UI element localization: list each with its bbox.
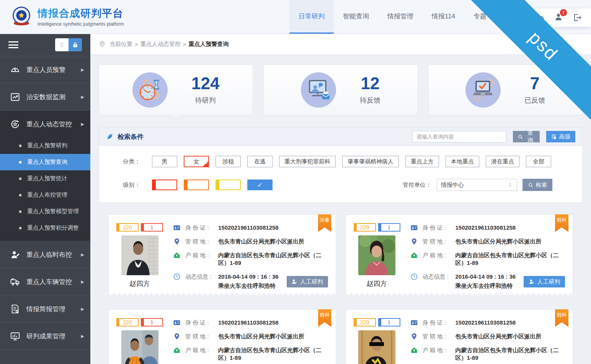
stat-label: 已反馈 bbox=[524, 96, 545, 105]
filter-panel: 检索条件 查询 高级 分类： bbox=[99, 127, 583, 203]
results-monitor-icon bbox=[10, 331, 20, 341]
app-subtitle: Intelligence synthetic judgments platfor… bbox=[38, 21, 124, 27]
suspect-photo[interactable] bbox=[358, 330, 395, 364]
breadcrumb-prefix: 当前位置 bbox=[109, 41, 132, 48]
nav-tab-intel-mgmt[interactable]: 情报管理 bbox=[378, 0, 423, 34]
sidebar-item-label: 重点人临时布控 bbox=[26, 250, 72, 259]
user-menu[interactable]: 7 bbox=[554, 12, 563, 23]
chevron-right-icon: ▶ bbox=[81, 307, 84, 312]
nav-tab-daily[interactable]: 日常研判 bbox=[289, 0, 334, 34]
search-icon bbox=[528, 182, 534, 188]
category-local-key[interactable]: 本地重点 bbox=[446, 156, 479, 167]
doc-search-icon bbox=[551, 134, 557, 140]
home-icon bbox=[173, 346, 181, 354]
category-potential-key[interactable]: 潜在重点 bbox=[486, 156, 519, 167]
category-stability[interactable]: 涉稳 bbox=[216, 156, 241, 167]
stat-value: 124 bbox=[191, 75, 219, 92]
manual-judge-button[interactable]: 人工研判 bbox=[524, 276, 565, 287]
query-button[interactable]: 查询 bbox=[513, 131, 540, 142]
laptop-check-icon bbox=[465, 72, 501, 108]
top-nav: 日常研判 智能查询 情报管理 情报114 专题 bbox=[289, 0, 496, 34]
stat-card-pending-judge[interactable]: 124 待研判 bbox=[99, 65, 253, 115]
location-pin-icon bbox=[173, 238, 181, 245]
control-unit-select[interactable]: 情报中心 bbox=[437, 179, 517, 191]
sidebar-item-results-mgmt[interactable]: 研判成果管理 ▶ bbox=[0, 323, 90, 350]
chevron-right-icon: ▶ bbox=[81, 252, 84, 257]
stat-card-pending-feedback[interactable]: 12 待反馈 bbox=[263, 65, 418, 115]
sidebar-item-vehicle-control[interactable]: 重点人车辆管控 ▶ bbox=[0, 268, 90, 295]
home-icon bbox=[410, 251, 418, 259]
category-fugitive[interactable]: 在逃 bbox=[247, 156, 273, 167]
chevron-right-icon: ▶ bbox=[81, 95, 84, 100]
stats-row: 124 待研判 12 待反馈 7 已反馈 bbox=[99, 65, 583, 115]
category-major-crime[interactable]: 重大刑事犯罪前科 bbox=[279, 156, 336, 167]
level-yellow[interactable] bbox=[216, 180, 241, 190]
category-label: 分类： bbox=[123, 158, 152, 165]
app-title: 情报合成研判平台 bbox=[38, 7, 124, 20]
person-card: 前科 220 1 赵四方 身 份 证 :1502021961103081258 bbox=[346, 214, 573, 293]
id-number: 1502021961103081258 bbox=[218, 224, 279, 232]
jurisdiction: 包头市青山区分局光辉小区派出所 bbox=[218, 238, 304, 245]
submenu-score-adjust[interactable]: 重点人预警积分调整 bbox=[0, 220, 90, 236]
control-unit-group: 管控单位： 情报中心 检索 bbox=[403, 179, 552, 191]
location-pin-icon bbox=[410, 238, 418, 245]
advanced-button[interactable]: 高级 bbox=[546, 131, 575, 142]
person-check-icon bbox=[291, 279, 297, 285]
category-all[interactable]: 全部 bbox=[526, 156, 551, 167]
suspect-photo[interactable] bbox=[121, 235, 158, 275]
menu-icon[interactable] bbox=[8, 40, 18, 50]
main-area: 当前位置>重点人动态管控>重点人预警查询 124 待研判 12 待反馈 bbox=[90, 34, 591, 364]
manual-judge-button[interactable]: 人工研判 bbox=[287, 276, 328, 287]
grip-icon[interactable] bbox=[55, 38, 69, 51]
sidebar-item-label: 治安数据监测 bbox=[26, 93, 65, 101]
registered-address: 内蒙古自治区包头市青山区光辉小区（二区）1-89 bbox=[455, 346, 565, 362]
category-female[interactable]: 女 bbox=[184, 156, 209, 167]
score-badge: 220 bbox=[116, 318, 139, 326]
chevron-right-icon: ▶ bbox=[81, 334, 84, 339]
nav-tab-intel114[interactable]: 情报114 bbox=[423, 0, 464, 34]
breadcrumb-current: 重点人预警查询 bbox=[189, 41, 229, 48]
submenu-alert-stats[interactable]: 重点人预警统计 bbox=[0, 170, 90, 187]
filter-title: 检索条件 bbox=[118, 132, 144, 141]
category-buttons: 男 女 涉稳 在逃 重大刑事犯罪前科 肇事肇祸精神病人 重点上方 本地重点 潜在… bbox=[152, 156, 551, 167]
id-number: 1502021961103081258 bbox=[455, 224, 516, 232]
submenu-alert-research[interactable]: 重点人预警研判 bbox=[0, 137, 90, 154]
category-male[interactable]: 男 bbox=[152, 156, 177, 167]
content: 124 待研判 12 待反馈 7 已反馈 bbox=[90, 55, 591, 364]
suspect-photo[interactable] bbox=[121, 330, 158, 364]
sidebar: 重点人员预警 ▶ 治安数据监测 ▶ 重点人动态管控 ▶ 重点人预警研判 重点人预… bbox=[0, 34, 90, 364]
person-check-icon bbox=[529, 279, 535, 285]
jurisdiction: 包头市青山区分局光辉小区派出所 bbox=[455, 238, 542, 245]
count-badge: 1 bbox=[141, 223, 163, 232]
lock-icon[interactable] bbox=[69, 38, 82, 51]
sidebar-item-dynamic-control[interactable]: 重点人动态管控 ▶ bbox=[0, 111, 90, 137]
level-blue-checked[interactable] bbox=[247, 180, 273, 190]
search-input[interactable] bbox=[412, 131, 506, 142]
suspect-photo[interactable] bbox=[358, 235, 395, 275]
sidebar-item-security-data[interactable]: 治安数据监测 ▶ bbox=[0, 83, 90, 111]
breadcrumb-parent[interactable]: 重点人动态管控 bbox=[140, 41, 181, 48]
score-badge: 220 bbox=[354, 318, 376, 326]
sidebar-item-key-person-alert[interactable]: 重点人员预警 ▶ bbox=[0, 56, 90, 83]
sidebar-item-label: 研判成果管理 bbox=[26, 332, 65, 341]
logout-icon[interactable] bbox=[573, 13, 582, 22]
category-mental[interactable]: 肇事肇祸精神病人 bbox=[342, 156, 399, 167]
submenu-alert-query[interactable]: 重点人预警查询 bbox=[0, 154, 90, 170]
search-icon bbox=[518, 134, 523, 140]
category-key-above[interactable]: 重点上方 bbox=[405, 156, 439, 167]
sidebar-item-temp-control[interactable]: 重点人临时布控 ▶ bbox=[0, 241, 90, 268]
level-buttons bbox=[152, 180, 273, 190]
level-red[interactable] bbox=[152, 180, 177, 190]
control-unit-value: 情报中心 bbox=[441, 181, 464, 189]
sidebar-item-briefing-mgmt[interactable]: 情报简报管理 ▶ bbox=[0, 295, 90, 323]
submenu-control-mgmt[interactable]: 重点人布控管理 bbox=[0, 187, 90, 203]
sidebar-pin-toggle[interactable] bbox=[55, 38, 82, 51]
level-orange[interactable] bbox=[184, 180, 209, 190]
id-card-icon bbox=[410, 224, 418, 232]
clock-hourglass-icon bbox=[132, 72, 168, 108]
retrieve-button[interactable]: 检索 bbox=[522, 179, 552, 191]
sidebar-item-label: 情报简报管理 bbox=[26, 305, 65, 313]
jurisdiction: 包头市青山区分局光辉小区派出所 bbox=[218, 333, 304, 340]
submenu-model-mgmt[interactable]: 重点人预警模型管理 bbox=[0, 203, 90, 220]
nav-tab-smart-query[interactable]: 智能查询 bbox=[334, 0, 378, 34]
